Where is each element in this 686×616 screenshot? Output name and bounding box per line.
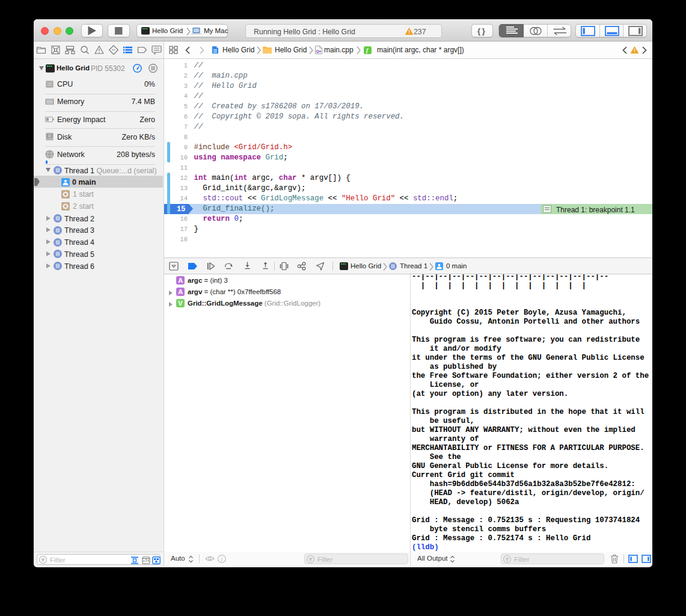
svg-text:G: G bbox=[316, 49, 320, 54]
svg-text:i: i bbox=[221, 556, 223, 562]
